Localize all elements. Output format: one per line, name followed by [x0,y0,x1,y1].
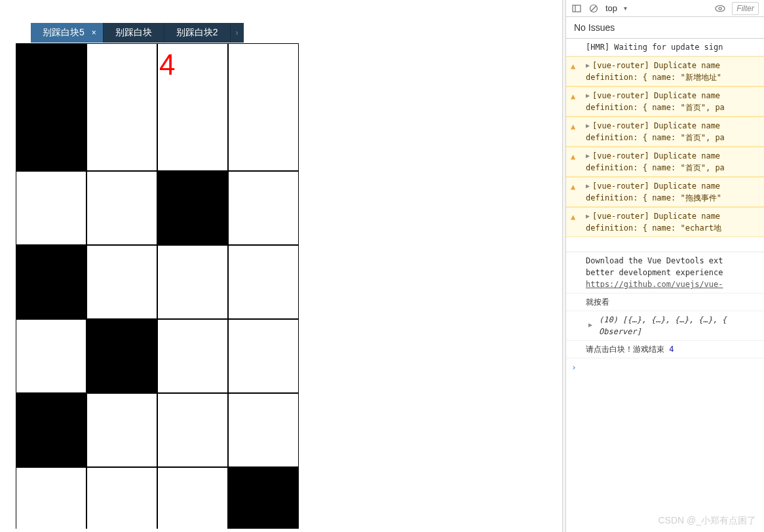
devtools-panel: top ▾ Filter No Issues [HMR] Waiting for… [566,0,764,532]
console-body: [HMR] Waiting for update sign▲▶[vue-rout… [566,39,764,376]
game-container: 别踩白块5×别踩白块别踩白块2› 4 [16,21,299,529]
white-tile[interactable] [157,319,228,393]
tab-label: 别踩白块 [115,27,152,39]
warning-icon: ▲ [571,151,575,162]
console-prompt[interactable]: › [566,358,764,376]
console-log[interactable]: [HMR] Waiting for update sign [566,39,764,56]
svg-line-3 [591,6,596,11]
issues-bar[interactable]: No Issues [566,17,764,39]
white-tile[interactable] [16,467,86,529]
tabs-bar: 别踩白块5×别踩白块别踩白块2› [31,23,299,43]
black-tile[interactable] [228,467,299,529]
console-warning[interactable]: ▲▶[vue-router] Duplicate namedefinition:… [566,56,764,86]
context-chevron-icon[interactable]: ▾ [624,5,627,12]
tab[interactable]: 别踩白块2 [164,23,231,43]
white-tile[interactable] [157,393,228,467]
context-selector[interactable]: top [605,3,617,13]
white-tile[interactable] [16,171,86,245]
app-preview-pane: 别踩白块5×别踩白块别踩白块2› 4 [0,0,562,532]
svg-rect-0 [573,5,581,12]
warning-icon: ▲ [571,90,575,102]
white-tile[interactable] [228,171,299,245]
console-warning[interactable]: ▲▶[vue-router] Duplicate namedefinition:… [566,207,764,237]
expand-arrow-icon[interactable]: ▶ [586,211,590,221]
expand-arrow-icon[interactable]: ▶ [588,320,592,330]
expand-arrow-icon[interactable]: ▶ [586,60,590,70]
warning-icon: ▲ [571,181,575,193]
black-tile[interactable] [157,171,228,245]
white-tile[interactable] [86,43,157,171]
console-object[interactable]: ▶(10) [{…}, {…}, {…}, {…}, {Observer] [566,311,764,341]
console-log[interactable]: 请点击白块！游戏结束 4 [566,341,764,358]
score-display: 4 [159,48,175,81]
console-toolbar: top ▾ Filter [566,0,764,17]
white-tile[interactable] [228,245,299,319]
tab-label: 别踩白块5 [43,27,85,39]
tab[interactable]: 别踩白块 [104,23,164,43]
white-tile[interactable] [86,467,157,529]
eye-icon[interactable] [715,3,725,14]
black-tile[interactable] [16,393,86,467]
expand-arrow-icon[interactable]: ▶ [586,90,590,100]
white-tile[interactable] [228,319,299,393]
white-tile[interactable] [86,393,157,467]
warning-icon: ▲ [571,211,575,223]
watermark: CSDN @_小郑有点困了 [658,515,756,527]
black-tile[interactable] [16,245,86,319]
expand-arrow-icon[interactable]: ▶ [586,121,590,130]
console-warning[interactable]: ▲▶[vue-router] Duplicate namedefinition:… [566,147,764,177]
filter-input[interactable]: Filter [732,2,759,15]
white-tile[interactable] [86,171,157,245]
black-tile[interactable] [86,319,157,393]
white-tile[interactable] [86,245,157,319]
svg-point-4 [716,5,725,11]
tab-label: 别踩白块2 [176,27,218,39]
console-log[interactable]: 就按看 [566,294,764,311]
black-tile[interactable] [16,43,86,171]
sidebar-toggle-icon[interactable] [571,3,582,14]
white-tile[interactable] [157,245,228,319]
white-tile[interactable] [228,43,299,171]
close-icon[interactable]: × [92,28,96,37]
clear-console-icon[interactable] [588,3,599,14]
console-warning[interactable]: ▲▶[vue-router] Duplicate namedefinition:… [566,177,764,207]
warning-icon: ▲ [571,121,575,132]
expand-arrow-icon[interactable]: ▶ [586,181,590,191]
white-tile[interactable] [157,467,228,529]
expand-arrow-icon[interactable]: ▶ [586,151,590,161]
tab-scroll-right[interactable]: › [231,23,244,43]
console-warning[interactable]: ▲▶[vue-router] Duplicate namedefinition:… [566,86,764,117]
svg-point-5 [719,7,721,10]
console-log[interactable]: Download the Vue Devtools extbetter deve… [566,252,764,294]
tile-grid [16,43,299,529]
console-warning[interactable]: ▲▶[vue-router] Duplicate namedefinition:… [566,117,764,147]
white-tile[interactable] [228,393,299,467]
warning-icon: ▲ [571,60,575,72]
tab[interactable]: 别踩白块5× [31,23,104,43]
white-tile[interactable] [16,319,86,393]
